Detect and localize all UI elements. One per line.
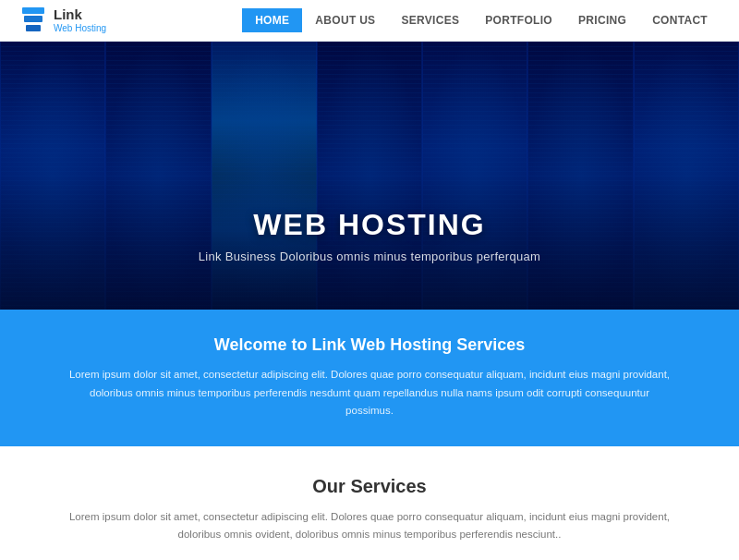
svg-rect-2 <box>26 25 41 31</box>
nav-contact[interactable]: CONTACT <box>639 8 721 32</box>
logo[interactable]: Link Web Hosting <box>18 6 106 35</box>
nav-about[interactable]: ABOUT US <box>302 8 388 32</box>
logo-subtitle: Web Hosting <box>54 23 106 33</box>
nav-services[interactable]: SERVICES <box>388 8 472 32</box>
hero-title: WEB HOSTING <box>0 208 739 242</box>
welcome-heading: Welcome to Link Web Hosting Services <box>55 335 684 355</box>
hero-content: WEB HOSTING Link Business Doloribus omni… <box>0 208 739 263</box>
hero-section: WEB HOSTING Link Business Doloribus omni… <box>0 42 739 310</box>
main-nav: HOME ABOUT US SERVICES PORTFOLIO PRICING… <box>242 8 721 32</box>
welcome-body: Lorem ipsum dolor sit amet, consectetur … <box>65 366 674 420</box>
services-heading: Our Services <box>37 476 702 497</box>
logo-name: Link <box>54 7 106 23</box>
hero-subtitle: Link Business Doloribus omnis minus temp… <box>0 250 739 263</box>
services-section: Our Services Lorem ipsum dolor sit amet,… <box>0 446 739 560</box>
hero-overlay <box>0 42 739 310</box>
nav-home[interactable]: HOME <box>242 8 302 32</box>
header: Link Web Hosting HOME ABOUT US SERVICES … <box>0 0 739 42</box>
services-description: Lorem ipsum dolor sit amet, consectetur … <box>65 508 674 544</box>
svg-rect-1 <box>24 16 42 22</box>
logo-icon <box>18 6 48 35</box>
svg-rect-0 <box>22 7 44 14</box>
nav-pricing[interactable]: PRICING <box>565 8 639 32</box>
welcome-section: Welcome to Link Web Hosting Services Lor… <box>0 310 739 446</box>
nav-portfolio[interactable]: PORTFOLIO <box>472 8 565 32</box>
